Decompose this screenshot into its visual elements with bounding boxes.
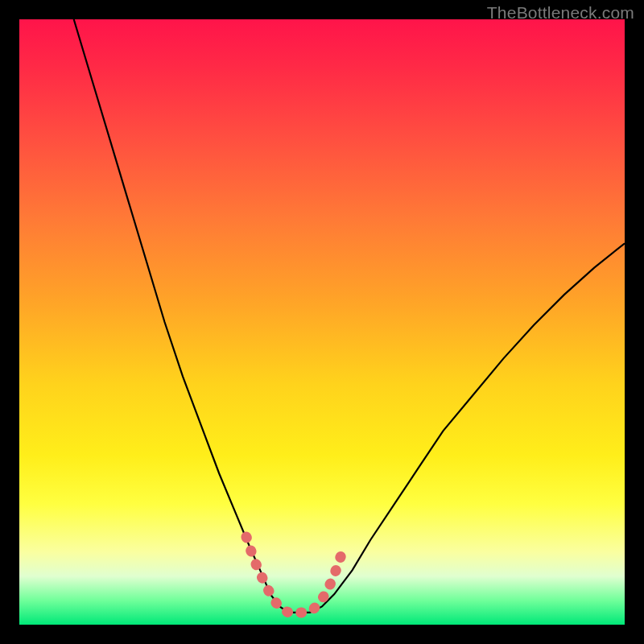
watermark-text: TheBottleneck.com: [487, 3, 634, 23]
curve-left: [74, 19, 298, 613]
chart-plot-area: [19, 19, 625, 625]
curve-right: [298, 243, 625, 613]
pink-overlay-right: [301, 549, 344, 613]
chart-svg: [19, 19, 625, 625]
pink-overlay-left: [246, 537, 295, 613]
